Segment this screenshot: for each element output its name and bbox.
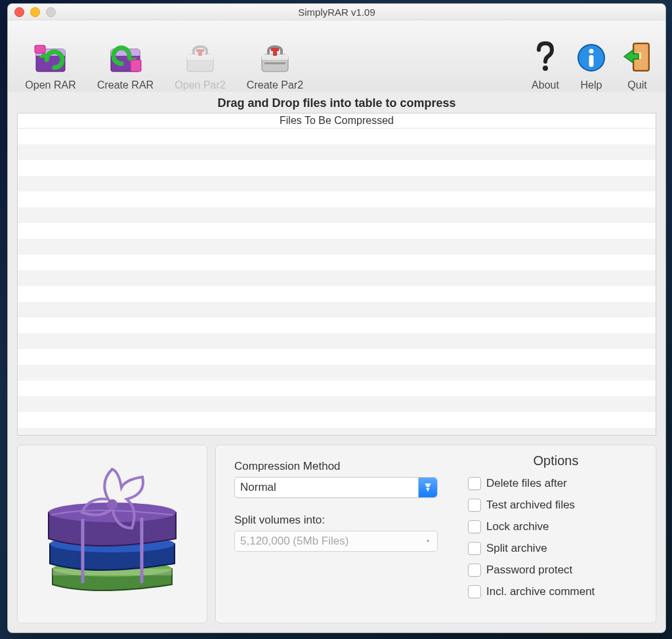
table-row xyxy=(18,270,656,286)
open-rar-button[interactable]: Open RAR xyxy=(13,39,88,91)
create-par2-button[interactable]: Create Par2 xyxy=(238,39,312,91)
toolbar: Open RAR Create RAR xyxy=(8,20,665,96)
svg-rect-15 xyxy=(271,48,279,51)
checkbox-icon xyxy=(468,542,481,555)
toolbar-label: Create Par2 xyxy=(247,79,303,91)
open-par2-icon xyxy=(181,39,219,77)
compression-method-select[interactable]: Normal ▲▼ xyxy=(234,477,438,498)
checkbox-icon xyxy=(468,520,481,533)
table-row xyxy=(18,333,656,349)
content-area: Drag and Drop files into table to compre… xyxy=(8,92,665,632)
table-row xyxy=(18,160,656,176)
help-button[interactable]: Help xyxy=(568,39,614,91)
checkbox-label: Test archived files xyxy=(486,499,575,512)
checkbox-incl-comment[interactable]: Incl. archive comment xyxy=(468,581,644,602)
svg-point-17 xyxy=(543,66,548,71)
toolbar-right: About Help xyxy=(522,39,660,91)
table-row xyxy=(18,318,656,333)
svg-rect-11 xyxy=(196,49,204,52)
about-icon xyxy=(526,39,564,77)
svg-point-29 xyxy=(107,499,117,510)
bottom-panels: Compression Method Normal ▲▼ Split volum… xyxy=(17,445,656,623)
chevron-down-icon: ▾ xyxy=(423,536,433,546)
table-row xyxy=(18,302,656,318)
svg-rect-3 xyxy=(35,45,45,53)
svg-rect-14 xyxy=(273,51,277,56)
toolbar-label: Open Par2 xyxy=(175,79,225,91)
checkbox-label: Split archive xyxy=(486,542,547,555)
svg-rect-7 xyxy=(131,60,141,72)
svg-rect-16 xyxy=(264,62,285,64)
toolbar-left: Open RAR Create RAR xyxy=(13,39,312,91)
checkbox-password-protect[interactable]: Password protect xyxy=(468,559,644,581)
help-icon xyxy=(572,39,610,77)
checkbox-icon xyxy=(468,585,481,598)
table-row xyxy=(18,239,656,255)
compression-method-label: Compression Method xyxy=(234,460,451,473)
table-row xyxy=(18,144,656,160)
table-row xyxy=(18,396,656,412)
table-row xyxy=(18,412,656,428)
checkbox-icon xyxy=(468,564,481,577)
files-table[interactable]: Files To Be Compressed xyxy=(17,113,656,436)
window-title: SimplyRAR v1.09 xyxy=(8,7,665,18)
logo-panel xyxy=(17,445,207,623)
create-par2-icon xyxy=(256,39,294,77)
checkbox-test-archived[interactable]: Test archived files xyxy=(468,494,644,516)
table-row xyxy=(18,428,656,436)
checkbox-label: Password protect xyxy=(486,564,572,577)
toolbar-label: Create RAR xyxy=(97,79,154,91)
table-row xyxy=(18,176,656,192)
checkbox-label: Delete files after xyxy=(486,477,567,490)
table-row xyxy=(18,207,656,223)
open-rar-icon xyxy=(32,39,70,77)
table-row xyxy=(18,349,656,365)
svg-rect-20 xyxy=(589,55,594,67)
checkbox-label: Incl. archive comment xyxy=(486,585,595,598)
settings-panel: Compression Method Normal ▲▼ Split volum… xyxy=(215,445,656,623)
compression-method-value: Normal xyxy=(240,481,276,494)
table-row xyxy=(18,286,656,302)
books-icon xyxy=(37,465,188,603)
checkbox-label: Lock archive xyxy=(486,520,549,533)
toolbar-label: About xyxy=(532,79,559,91)
quit-icon xyxy=(618,39,656,77)
table-row xyxy=(18,223,656,239)
checkbox-icon xyxy=(468,499,481,512)
files-table-header[interactable]: Files To Be Compressed xyxy=(18,113,656,129)
about-button[interactable]: About xyxy=(522,39,568,91)
dropdown-arrow-icon: ▲▼ xyxy=(418,478,437,497)
table-row xyxy=(18,365,656,381)
compression-settings: Compression Method Normal ▲▼ Split volum… xyxy=(234,453,451,616)
checkbox-icon xyxy=(468,477,481,490)
split-volumes-combobox[interactable]: 5,120,000 (5Mb Files) ▾ xyxy=(234,531,438,552)
app-window: SimplyRAR v1.09 Open RAR xyxy=(7,3,666,633)
open-par2-button: Open Par2 xyxy=(163,39,238,91)
split-volumes-label: Split volumes into: xyxy=(234,514,451,527)
table-row xyxy=(18,129,656,144)
table-row xyxy=(18,255,656,270)
drag-hint-label: Drag and Drop files into table to compre… xyxy=(17,96,656,110)
files-table-rows[interactable] xyxy=(18,129,656,436)
create-rar-button[interactable]: Create RAR xyxy=(88,39,163,91)
titlebar[interactable]: SimplyRAR v1.09 xyxy=(8,4,665,20)
checkbox-delete-after[interactable]: Delete files after xyxy=(468,472,644,494)
options-group: Options Delete files after Test archived… xyxy=(468,453,644,616)
checkbox-split-archive[interactable]: Split archive xyxy=(468,537,644,559)
svg-point-19 xyxy=(589,49,594,54)
create-rar-icon xyxy=(106,39,144,77)
checkbox-lock-archive[interactable]: Lock archive xyxy=(468,516,644,537)
split-volumes-value: 5,120,000 (5Mb Files) xyxy=(240,535,348,548)
table-row xyxy=(18,192,656,207)
svg-rect-10 xyxy=(198,52,202,56)
table-row xyxy=(18,381,656,396)
toolbar-label: Quit xyxy=(627,79,646,91)
toolbar-label: Help xyxy=(581,79,602,91)
quit-button[interactable]: Quit xyxy=(614,39,660,91)
options-title: Options xyxy=(468,453,644,468)
toolbar-label: Open RAR xyxy=(25,79,75,91)
